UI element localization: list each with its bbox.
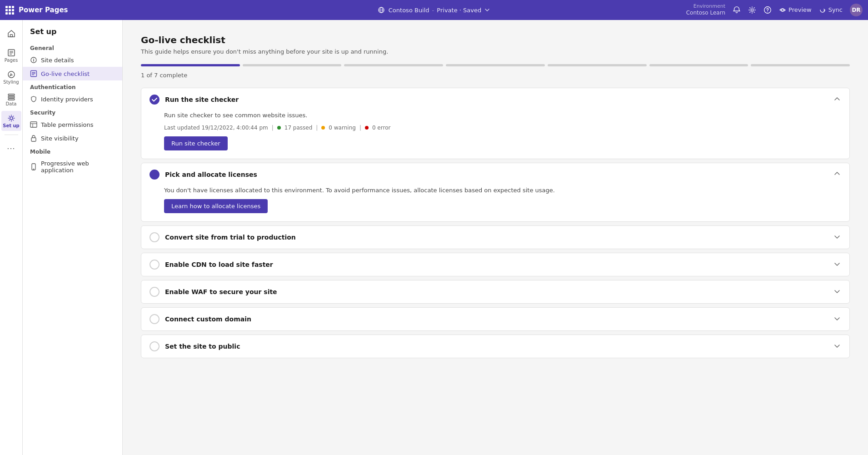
info-icon: [30, 56, 37, 64]
sidebar-item-more[interactable]: ···: [1, 139, 21, 159]
action-btn-pick-allocate-licenses[interactable]: Learn how to allocate licenses: [164, 199, 268, 213]
styling-label: Styling: [3, 80, 19, 85]
data-label: Data: [6, 101, 17, 106]
pages-label: Pages: [5, 58, 18, 63]
preview-button[interactable]: Preview: [779, 6, 812, 14]
meta-dot-red: [365, 126, 369, 130]
sync-icon: [819, 6, 826, 14]
sidebar-item-data[interactable]: Data: [1, 89, 21, 109]
settings-icon[interactable]: [748, 6, 756, 14]
main-layout: Pages Styling Data Set up ··· Set up Gen…: [0, 20, 868, 455]
nav-item-identity-providers[interactable]: Identity providers: [23, 92, 122, 106]
setup-label: Set up: [3, 123, 20, 128]
notification-icon[interactable]: [733, 6, 741, 14]
site-info[interactable]: Contoso Build - Private · Saved: [389, 7, 490, 14]
environment-info: Environment Contoso Learn: [686, 3, 725, 17]
nav-item-go-live-checklist[interactable]: Go-live checklist: [23, 67, 122, 80]
checklist-item-connect-domain: Connect custom domain: [141, 307, 850, 331]
svg-point-15: [10, 117, 13, 120]
meta-text: Last updated 19/12/2022, 4:00:44 pm: [164, 125, 268, 131]
sidebar-item-pages[interactable]: Pages: [1, 45, 21, 65]
progress-segment: [548, 64, 647, 66]
checklist-title-set-public: Set the site to public: [165, 343, 828, 350]
checklist-header-convert-trial[interactable]: Convert site from trial to production: [141, 226, 849, 249]
nav-item-table-permissions[interactable]: Table permissions: [23, 118, 122, 131]
waffle-menu[interactable]: [5, 6, 14, 15]
dropdown-chevron: [484, 7, 490, 13]
checklist-item-enable-waf: Enable WAF to secure your site: [141, 280, 850, 304]
progress-segment: [141, 64, 240, 66]
checklist-title-convert-trial: Convert site from trial to production: [165, 234, 828, 241]
table-icon: [30, 121, 37, 128]
nav-section-authentication: Authentication: [23, 80, 122, 92]
svg-point-11: [8, 71, 15, 78]
action-btn-run-site-checker[interactable]: Run site checker: [164, 136, 228, 150]
progress-count: 1 of 7 complete: [141, 72, 850, 79]
nav-item-site-visibility[interactable]: Site visibility: [23, 131, 122, 145]
meta-warning: 0 warning: [329, 125, 356, 131]
site-icon: [378, 6, 385, 14]
progress-segment: [344, 64, 443, 66]
checklist-header-enable-waf[interactable]: Enable WAF to secure your site: [141, 280, 849, 303]
mobile-icon: [30, 163, 37, 170]
checklist-header-set-public[interactable]: Set the site to public: [141, 335, 849, 358]
nav-section-security: Security: [23, 106, 122, 118]
progress-bar: [141, 64, 850, 66]
checklist-header-connect-domain[interactable]: Connect custom domain: [141, 308, 849, 330]
svg-rect-12: [8, 94, 15, 95]
lock-icon: [30, 135, 37, 142]
checklist-header-enable-cdn[interactable]: Enable CDN to load site faster: [141, 253, 849, 276]
sidebar-item-setup[interactable]: Set up: [1, 111, 21, 131]
nav-item-pwa[interactable]: Progressive web application: [23, 157, 122, 177]
checklist-header-run-site-checker[interactable]: Run the site checker: [141, 88, 849, 111]
sidebar-item-styling[interactable]: Styling: [1, 67, 21, 87]
checklist-title-enable-cdn: Enable CDN to load site faster: [165, 261, 828, 268]
checklist-desc-pick-allocate-licenses: You don't have licenses allocated to thi…: [164, 186, 841, 195]
checklist-title-connect-domain: Connect custom domain: [165, 315, 828, 323]
svg-point-4: [767, 11, 768, 12]
identity-icon: [30, 95, 37, 103]
chevron-run-site-checker: [833, 95, 841, 105]
help-icon[interactable]: [763, 6, 772, 14]
checklist-desc-run-site-checker: Run site checker to see common website i…: [164, 111, 841, 120]
chevron-connect-domain: [833, 315, 841, 324]
nav-title: Set up: [23, 27, 122, 41]
svg-rect-23: [30, 122, 37, 127]
checklist-header-pick-allocate-licenses[interactable]: Pick and allocate licenses: [141, 163, 849, 186]
meta-dot-green: [277, 126, 281, 130]
chevron-enable-waf: [833, 287, 841, 297]
check-circle-connect-domain: [150, 314, 160, 324]
progress-segment: [243, 64, 342, 66]
sync-button[interactable]: Sync: [819, 6, 843, 14]
checklist-icon: [30, 70, 37, 77]
checklist-item-enable-cdn: Enable CDN to load site faster: [141, 253, 850, 276]
svg-rect-13: [8, 96, 15, 98]
content-area: Go-live checklist This guide helps ensur…: [123, 20, 868, 455]
chevron-pick-allocate-licenses: [833, 170, 841, 179]
checklist-item-pick-allocate-licenses: Pick and allocate licensesYou don't have…: [141, 163, 850, 222]
avatar[interactable]: DR: [850, 4, 863, 16]
checklist-body-run-site-checker: Run site checker to see common website i…: [141, 111, 849, 159]
checklist-item-set-public: Set the site to public: [141, 335, 850, 358]
more-dots: ···: [7, 145, 15, 153]
topbar: Power Pages Contoso Build - Private · Sa…: [0, 0, 868, 20]
svg-rect-26: [31, 138, 36, 141]
icon-sidebar: Pages Styling Data Set up ···: [0, 20, 23, 455]
checklist-body-pick-allocate-licenses: You don't have licenses allocated to thi…: [141, 186, 849, 222]
checklist-title-pick-allocate-licenses: Pick and allocate licenses: [165, 171, 828, 178]
check-circle-convert-trial: [150, 232, 160, 242]
app-name: Power Pages: [19, 6, 68, 14]
checklist-item-convert-trial: Convert site from trial to production: [141, 225, 850, 249]
svg-point-18: [33, 59, 34, 60]
chevron-convert-trial: [833, 233, 841, 242]
checklist-title-run-site-checker: Run the site checker: [165, 96, 828, 103]
check-circle-set-public: [150, 341, 160, 351]
nav-section-general: General: [23, 41, 122, 53]
check-circle-run-site-checker: [150, 95, 160, 105]
progress-segment: [751, 64, 850, 66]
nav-item-site-details[interactable]: Site details: [23, 53, 122, 67]
svg-point-2: [751, 9, 753, 11]
preview-icon: [779, 6, 786, 14]
check-circle-enable-cdn: [150, 260, 160, 270]
sidebar-item-home[interactable]: [1, 24, 21, 44]
